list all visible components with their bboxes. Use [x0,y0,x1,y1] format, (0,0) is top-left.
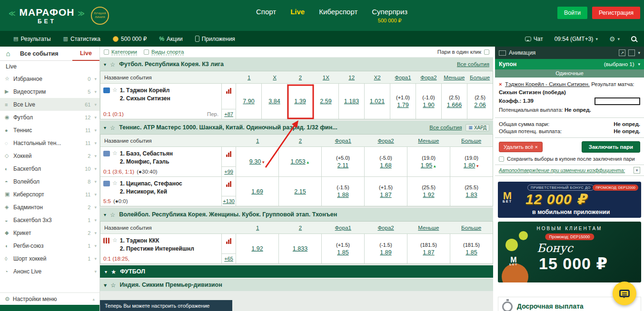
chevron-down-icon[interactable]: ▾ [638,62,640,67]
more-markets-link[interactable]: +87 [222,109,236,119]
column-header[interactable]: 2 [279,225,322,231]
favorite-star-icon[interactable]: ☆ [112,87,118,103]
autoconfirm-bar[interactable]: Автоподтверждение при изменении коэффици… [495,165,644,176]
login-button[interactable]: Войти [557,7,587,19]
odds-cell[interactable]: (+1.5)1.85 [321,234,364,263]
sidebar-item-table-tennis[interactable]: ◌Настольный тен...11▾ [0,136,99,149]
sidebar-item-badminton[interactable]: ◈Бадминтон2▾ [0,201,99,214]
odds-cell[interactable]: (25.5)1.92 [407,177,450,206]
favorite-star-icon[interactable]: ☆ [110,124,115,131]
place-bet-button[interactable]: Заключить пари [582,141,640,153]
column-header[interactable]: 1 [236,75,262,80]
nav-live[interactable]: Live [290,8,305,16]
categories-filter[interactable]: Категории [104,49,137,55]
categories-checkbox[interactable] [104,49,109,55]
sidebar-item-announce-live[interactable]: ◔Анонс Live▾ [0,265,99,278]
favorite-star-icon[interactable]: ☆ [110,211,115,218]
column-header[interactable]: Больше [450,138,493,144]
all-events-link[interactable]: Все события [457,61,489,67]
section-header-india[interactable]: ▾ ☆ Индия. Сикким Премьер-дивизион [100,279,493,291]
mobile-app-banner[interactable]: МБЕТ ПРИВЕТСТВЕННЫЙ БОНУС ДО ПРОМОКОД: D… [498,182,641,218]
sidebar-item-tennis[interactable]: ●Теннис11▾ [0,124,99,136]
odds-cell[interactable]: (-1.5)1.89 [364,234,407,263]
bet-match-link[interactable]: Тэджон Корейл - Сихын Ситизен. [505,81,590,87]
column-header[interactable]: Фора2 [416,75,441,80]
column-header[interactable]: 2 [287,75,313,80]
column-header[interactable]: Фора2 [365,225,407,231]
marathonbet-logo[interactable]: ≪ МАРАФОН ≫ БЕТ [9,7,85,25]
sidebar-item-short-hockey[interactable]: ◊Шорт хоккей1▾ [0,252,99,265]
event-name-cell[interactable]: ☆ 1. Баэз, Себастьян 2. Монфис, Гаэль 0:… [100,147,221,176]
promotions-link[interactable]: %Акции [159,36,182,42]
column-header[interactable]: 2 [279,138,322,144]
nav-superprize[interactable]: Суперприз 500 000 ₽ [372,8,407,24]
chat-link[interactable]: Чат [525,36,543,42]
statistics-link[interactable]: ▥Статистика [63,36,100,42]
odds-cell[interactable]: 2.59 [313,84,338,119]
more-markets-link[interactable]: +65 [222,253,236,263]
odds-cell[interactable]: 2.15 [278,177,321,206]
column-header[interactable]: Меньше [407,138,450,144]
section-header[interactable]: ▾ ☆ Теннис. ATP Мастерс 1000. Шанхай, Ки… [100,121,493,134]
chevron-down-icon[interactable]: ▾ [634,167,640,174]
jackpot-link[interactable]: 500 000 ₽ [113,36,147,42]
odds-cell[interactable]: (2.5)1.666 [441,84,467,119]
odds-cell[interactable]: (-1.5)1.88 [321,177,364,206]
nav-cybersport[interactable]: Киберспорт [319,8,357,16]
favorite-star-icon[interactable]: ☆ [110,282,116,289]
odds-cell[interactable]: (-5.0)1.68 [364,147,407,176]
odds-cell[interactable]: 1.69 [236,177,278,206]
odds-cell[interactable]: 3.84 [261,84,287,119]
more-markets-link[interactable]: +130 [222,196,236,206]
sidebar-item-rugby[interactable]: ◖Регби-союз1▾ [0,239,99,252]
new-clients-banner[interactable]: МБЕТ НОВЫМ КЛИЕНТАМ Промокод: DEP15000 Б… [498,222,641,282]
column-header[interactable]: 1 [236,225,279,231]
odds-cell[interactable]: 1.053▲ [278,147,321,176]
favorite-star-icon[interactable]: ☆ [112,180,118,196]
search-icon[interactable] [631,36,636,41]
settings-menu[interactable]: ⚙▾ [609,35,620,43]
odds-cell-selected[interactable]: 1.39 [287,84,313,119]
sidebar-item-basketball[interactable]: ◐Баскетбол10▾ [0,162,99,175]
apps-link[interactable]: Приложения [195,36,235,42]
all-events-link[interactable]: Все события [429,125,462,130]
column-header[interactable]: Фора1 [322,225,365,231]
odds-cell[interactable]: (181.5)1.87 [407,234,450,263]
animation-bar[interactable]: Анимация ↗ ▾ [495,47,644,59]
column-header[interactable]: Больше [450,225,493,231]
event-name-cell[interactable]: ☆ 1. Циципас, Стефанос 2. Нисикори, Кей … [100,177,221,206]
results-link[interactable]: ▤Результаты [13,36,51,42]
column-header[interactable]: Меньше [407,225,450,231]
delete-all-button[interactable]: Удалить всё × [499,142,543,152]
expand-icon[interactable]: ↗ [619,49,625,56]
odds-cell[interactable]: 1.183 [338,84,364,119]
event-name-cell[interactable]: ☆ 1. Тэджон Корейл 2. Сихын Ситизен 0:1 … [100,84,221,119]
sports-filter[interactable]: Виды спорта [144,49,184,55]
star-icon[interactable]: ★ [111,268,116,275]
keep-selections-option[interactable]: Сохранить выборы в купоне после заключен… [495,156,644,165]
odds-cell[interactable]: (-1.0)1.90 [416,84,441,119]
odds-cell[interactable]: (+1.0)1.79 [390,84,416,119]
one-click-checkbox[interactable] [484,49,489,55]
odds-cell[interactable]: (2.5)2.06 [467,84,493,119]
menu-settings[interactable]: ⚙ Настройки меню ▴ [0,292,99,305]
odds-cell[interactable]: (181.5)1.85 [450,234,493,263]
odds-cell[interactable]: 1.833 [278,234,321,263]
column-header[interactable]: Фора1 [390,75,416,80]
stats-chart-icon[interactable] [226,238,231,244]
sports-checkbox[interactable] [144,49,149,55]
column-header[interactable]: 1 [236,138,279,144]
odds-cell[interactable]: 9.30▼ [236,147,278,176]
one-click-bet[interactable]: Пари в один клик [437,49,489,55]
odds-cell[interactable]: (19.0)1.95▲ [407,147,450,176]
favorite-star-icon[interactable]: ☆ [112,237,118,253]
odds-cell[interactable]: (25.5)1.83 [450,177,493,206]
odds-cell[interactable]: 1.92 [236,234,278,263]
column-header[interactable]: 1X [313,75,339,80]
chevron-down-icon[interactable]: ▾ [638,50,640,55]
odds-cell[interactable]: (19.0)1.80▼ [450,147,493,176]
sidebar-item-hockey[interactable]: ◇Хоккей2▾ [0,149,99,162]
remove-selection-icon[interactable]: × [499,81,502,87]
favorite-star-icon[interactable]: ☆ [112,150,118,166]
more-markets-link[interactable]: +99 [222,166,236,176]
